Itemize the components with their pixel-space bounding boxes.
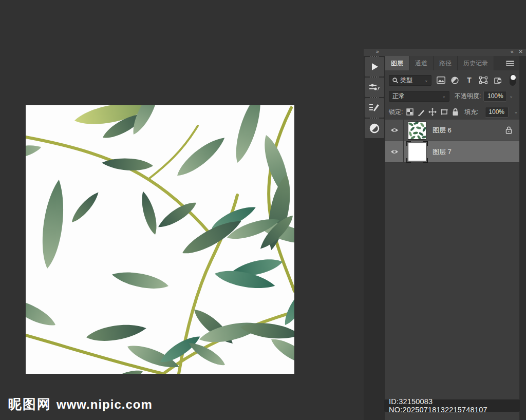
layer-filter-row: 类型 ⌄ T [385,73,519,87]
layer-row-7[interactable]: 图层 7 [385,141,519,163]
tab-paths[interactable]: 路径 [434,56,458,70]
actions-panel-button[interactable] [365,57,384,77]
chevron-down-icon[interactable]: ⌄ [509,93,513,99]
layer-row-6[interactable]: 图层 6 [385,120,519,141]
brush-presets-icon [369,103,380,112]
chevron-down-icon[interactable]: ⌄ [514,109,518,114]
photoshop-workspace: { "canvas": { "description": "seamless g… [0,0,526,420]
opacity-label: 不透明度: [455,92,481,101]
adjustments-panel-button[interactable] [365,119,384,138]
lock-label: 锁定: [389,108,403,117]
watermark-site-name: 昵图网 [8,395,51,413]
tab-history[interactable]: 历史记录 [458,56,494,70]
dock-header: » « ✕ [364,49,526,56]
layer-name[interactable]: 图层 7 [433,147,452,157]
panel-dock: » « ✕ [364,49,526,420]
image-id-text: ID:32150083 NO:20250718132215748107 [389,397,520,414]
watermark: 昵图网 www.nipic.com [8,395,153,413]
brush-presets-panel-button[interactable] [365,98,384,118]
layer-name[interactable]: 图层 6 [433,126,452,135]
layer-filtering-toggle[interactable] [510,74,516,86]
watermark-url: www.nipic.com [57,397,153,412]
lock-position-move-icon[interactable] [428,107,437,117]
chevron-down-icon: ⌄ [420,78,428,83]
brush-settings-icon [369,83,380,92]
panel-tabbar: 图层 通道 路径 历史记录 [385,56,519,70]
brush-settings-panel-button[interactable] [365,78,384,97]
visibility-eye-icon[interactable] [385,141,404,162]
layer-thumbnail-pattern[interactable] [408,121,426,140]
layer-locked-icon [505,126,512,136]
lock-row: 锁定: [385,105,519,119]
filter-adjustment-layers-icon[interactable] [450,75,460,85]
layers-list: 图层 6 [385,120,519,163]
image-id-bar: ID:32150083 NO:20250718132215748107 [384,399,520,412]
close-panel-icon[interactable]: ✕ [519,49,523,54]
panel-menu-icon[interactable] [506,61,514,66]
layer-filter-type-select[interactable]: 类型 ⌄ [389,75,431,86]
selection-bracket [406,141,411,146]
fill-label: 填充: [464,108,478,117]
fill-value[interactable]: 100% [485,107,509,118]
visibility-eye-icon[interactable] [385,120,404,141]
document-canvas[interactable] [26,105,294,374]
panel-edge-strip [519,56,526,420]
canvas-artwork [26,105,294,374]
selection-bracket [406,158,411,163]
play-icon [369,62,380,72]
chevron-down-icon: ⌄ [438,93,446,99]
opacity-value[interactable]: 100% [483,91,507,102]
collapse-panels-icon[interactable]: « [511,49,514,54]
lock-transparency-icon[interactable] [406,107,414,117]
lock-all-padlock-icon[interactable] [452,107,459,117]
filter-shape-layers-icon[interactable] [478,75,489,85]
tab-channels[interactable]: 通道 [409,56,434,70]
lock-pixels-brush-icon[interactable] [417,107,425,117]
collapsed-panel-column [364,56,385,420]
filter-pixel-layers-icon[interactable] [436,75,446,85]
search-icon [392,78,398,83]
selection-bracket [423,141,428,146]
blend-mode-value: 正常 [392,92,405,101]
blend-mode-row: 正常 ⌄ 不透明度: 100% ⌄ [385,89,519,103]
filter-type-layers-icon[interactable]: T [464,75,475,85]
blend-mode-select[interactable]: 正常 ⌄ [389,91,449,102]
lock-artboard-icon[interactable] [440,107,448,117]
adjustment-circle-icon [369,123,380,133]
filter-smart-objects-icon[interactable] [493,75,503,85]
filter-type-label: 类型 [400,76,412,85]
selection-bracket [423,158,428,163]
tab-layers[interactable]: 图层 [385,56,409,70]
layers-panel: 图层 通道 路径 历史记录 类型 ⌄ [385,56,526,420]
expand-panels-icon[interactable]: » [376,49,379,54]
